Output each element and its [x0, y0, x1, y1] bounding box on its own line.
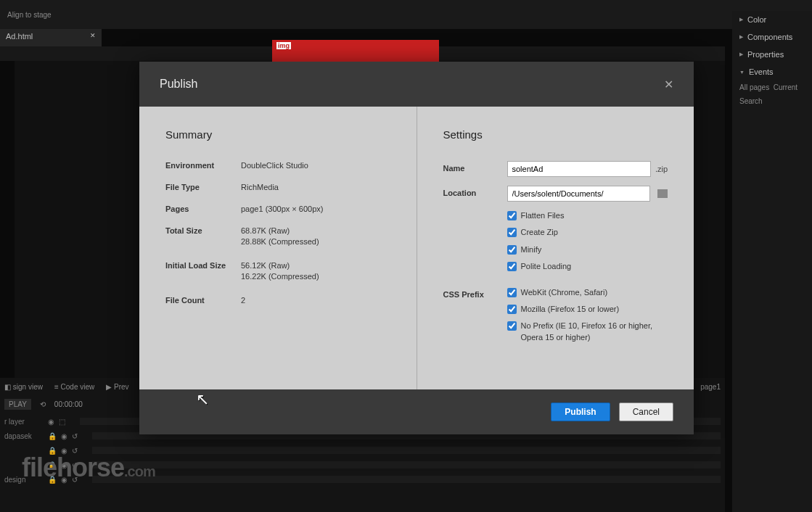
code-view-tab[interactable]: ≡ Code view — [54, 383, 94, 391]
visibility-icon[interactable]: ◉ — [48, 418, 54, 426]
summary-panel: Summary EnvironmentDoubleClick Studio Fi… — [139, 107, 417, 389]
play-button[interactable]: PLAY — [4, 399, 31, 410]
noprefix-checkbox[interactable] — [507, 321, 517, 331]
publish-dialog: Publish ✕ Summary EnvironmentDoubleClick… — [139, 62, 694, 434]
top-toolbar: Align to stage — [0, 0, 812, 29]
publish-button[interactable]: Publish — [551, 402, 610, 421]
panel-properties[interactable]: Properties — [732, 46, 812, 63]
events-search[interactable]: Search — [732, 94, 812, 108]
mozilla-checkbox[interactable] — [507, 305, 517, 314]
filetype-value: RichMedia — [241, 183, 390, 191]
dialog-title: Publish — [160, 78, 197, 91]
name-input[interactable] — [507, 161, 651, 177]
canvas-element: img — [272, 40, 439, 62]
panel-color[interactable]: Color — [732, 11, 812, 28]
lock-icon[interactable]: 🔒 — [48, 432, 57, 440]
events-filter[interactable]: All pages Current — [732, 80, 812, 94]
watermark: filehorse.com — [22, 453, 155, 483]
settings-heading: Settings — [443, 128, 668, 141]
totalsize-value: 68.87K (Raw)28.88K (Compressed) — [241, 226, 390, 248]
file-extension: .zip — [655, 165, 668, 173]
minify-checkbox[interactable] — [507, 245, 517, 255]
environment-value: DoubleClick Studio — [241, 161, 390, 170]
panel-components[interactable]: Components — [732, 28, 812, 46]
create-zip-checkbox[interactable] — [507, 228, 517, 237]
flatten-files-checkbox[interactable] — [507, 211, 517, 220]
design-view-tab[interactable]: ◧ sign view — [4, 383, 43, 391]
rewind-icon[interactable]: ⟲ — [40, 400, 46, 408]
cancel-button[interactable]: Cancel — [619, 402, 673, 421]
webkit-checkbox[interactable] — [507, 288, 517, 297]
folder-icon[interactable] — [657, 189, 668, 198]
cursor-icon: ↖ — [196, 390, 209, 409]
panel-events[interactable]: Events — [732, 63, 812, 80]
settings-panel: Settings Name .zip Location — [417, 107, 694, 389]
page-indicator[interactable]: page1 — [700, 383, 721, 391]
right-sidebar: Color Components Properties Events All p… — [732, 11, 812, 512]
lock-icon[interactable]: ⬚ — [59, 418, 65, 426]
polite-loading-checkbox[interactable] — [507, 262, 517, 271]
time-display: 00:00:00 — [54, 400, 83, 408]
summary-heading: Summary — [165, 128, 390, 141]
location-input[interactable] — [507, 186, 651, 202]
file-tab[interactable]: Ad.html ✕ — [0, 29, 102, 46]
initialload-value: 56.12K (Raw)16.22K (Compressed) — [241, 261, 390, 283]
filecount-value: 2 — [241, 296, 390, 305]
preview-button[interactable]: ▶ Prev — [106, 383, 128, 391]
pages-value: page1 (300px × 600px) — [241, 205, 390, 213]
close-icon[interactable]: ✕ — [664, 78, 673, 91]
